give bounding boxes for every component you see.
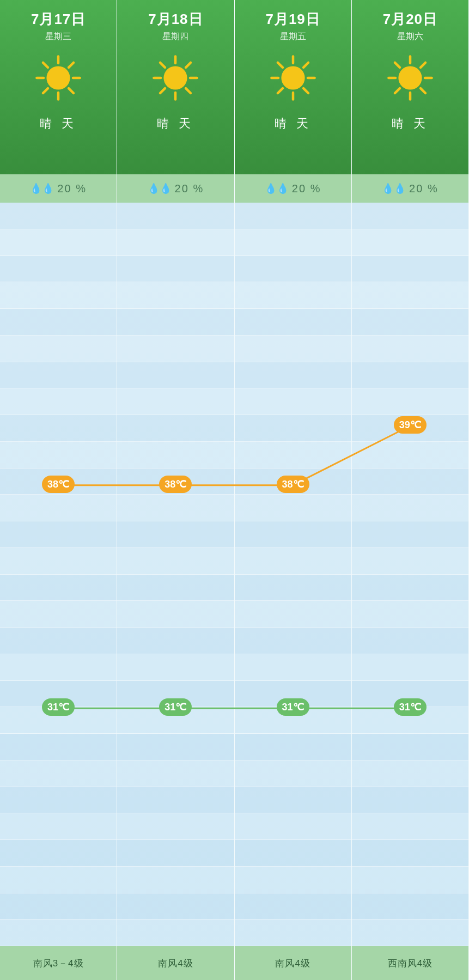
date-weekday-3: 星期六 [397,31,423,42]
weather-desc-3: 晴 天 [392,115,429,132]
svg-line-3 [43,88,48,93]
weather-desc-2: 晴 天 [275,115,312,132]
svg-line-23 [278,63,283,68]
rain-drop-icon-2: 💧💧 [265,182,289,194]
svg-line-19 [303,88,308,93]
svg-point-17 [164,66,187,89]
svg-line-28 [421,88,425,93]
low-temp-label-0: 31℃ [42,698,75,716]
weather-desc-0: 晴 天 [40,115,77,132]
svg-line-32 [395,63,400,68]
top-card-3: 7月20日星期六晴 天 [352,0,468,174]
weather-grid: 7月17日星期三晴 天💧💧20 %38℃31℃南风3－4级7月18日星期四晴 天… [0,0,469,980]
rain-percent-0: 20 % [57,182,87,195]
svg-point-8 [47,66,70,89]
rain-row-2: 💧💧20 % [235,174,351,203]
svg-line-7 [69,63,74,68]
svg-line-10 [186,88,191,93]
temp-area-3: 39℃31℃ [352,203,468,946]
rain-percent-1: 20 % [175,182,204,195]
sun-icon-2 [269,53,318,102]
low-temp-label-2: 31℃ [277,698,309,716]
sun-icon-0 [34,53,83,102]
temp-area-0: 38℃31℃ [0,203,117,946]
svg-line-16 [186,63,191,68]
high-temp-label-0: 38℃ [42,476,75,493]
svg-line-30 [395,88,400,93]
rain-drop-icon-0: 💧💧 [30,182,54,194]
high-temp-label-1: 38℃ [159,476,192,493]
high-temp-label-3: 39℃ [394,416,427,434]
date-main-1: 7月18日 [148,10,203,29]
wind-row-1: 南风4级 [117,946,234,980]
date-weekday-0: 星期三 [45,31,71,42]
svg-line-12 [160,88,165,93]
date-main-2: 7月19日 [265,10,320,29]
low-temp-label-3: 31℃ [394,698,427,716]
sun-icon-3 [386,53,435,102]
high-temp-label-2: 38℃ [277,476,309,493]
top-card-1: 7月18日星期四晴 天 [117,0,234,174]
rain-percent-2: 20 % [292,182,321,195]
date-main-0: 7月17日 [31,10,86,29]
rain-row-0: 💧💧20 % [0,174,117,203]
svg-line-34 [421,63,425,68]
rain-row-1: 💧💧20 % [117,174,234,203]
wind-row-0: 南风3－4级 [0,946,117,980]
day-col-1: 7月18日星期四晴 天💧💧20 %38℃31℃南风4级 [117,0,234,980]
svg-line-25 [303,63,308,68]
wind-row-2: 南风4级 [235,946,351,980]
svg-line-21 [278,88,283,93]
weather-desc-1: 晴 天 [157,115,194,132]
date-weekday-1: 星期四 [162,31,188,42]
wind-row-3: 西南风4级 [352,946,468,980]
day-col-0: 7月17日星期三晴 天💧💧20 %38℃31℃南风3－4级 [0,0,117,980]
rain-drop-icon-1: 💧💧 [148,182,172,194]
day-col-3: 7月20日星期六晴 天💧💧20 %39℃31℃西南风4级 [352,0,469,980]
svg-point-26 [281,66,304,89]
svg-point-35 [398,66,422,89]
rain-percent-3: 20 % [409,182,438,195]
svg-line-5 [43,63,48,68]
sun-icon-1 [151,53,200,102]
svg-line-14 [160,63,165,68]
date-weekday-2: 星期五 [280,31,306,42]
date-main-3: 7月20日 [383,10,437,29]
top-card-0: 7月17日星期三晴 天 [0,0,117,174]
temp-area-1: 38℃31℃ [117,203,234,946]
low-temp-label-1: 31℃ [159,698,192,716]
temp-area-2: 38℃31℃ [235,203,351,946]
svg-line-1 [69,88,74,93]
rain-row-3: 💧💧20 % [352,174,468,203]
top-card-2: 7月19日星期五晴 天 [235,0,351,174]
day-col-2: 7月19日星期五晴 天💧💧20 %38℃31℃南风4级 [235,0,352,980]
rain-drop-icon-3: 💧💧 [382,182,406,194]
